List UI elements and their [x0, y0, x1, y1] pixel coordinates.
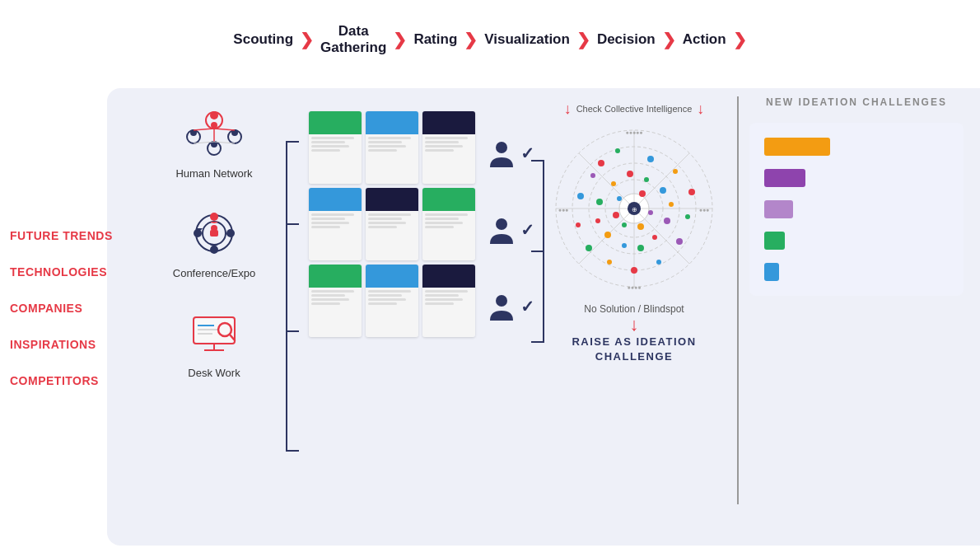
category-future-trends: FUTURE TRENDS — [10, 229, 128, 242]
svg-point-61 — [627, 171, 633, 177]
svg-point-49 — [673, 169, 678, 174]
svg-point-34 — [496, 218, 507, 230]
left-sidebar: FUTURE TRENDS TECHNOLOGIES COMPANIES INS… — [0, 72, 128, 546]
svg-point-18 — [210, 246, 218, 254]
bar-4 — [764, 232, 785, 250]
svg-point-57 — [576, 222, 581, 227]
svg-text:●●●●●: ●●●●● — [625, 129, 642, 135]
bracket-connector-left — [278, 117, 303, 475]
source-human-network: Human Network — [175, 105, 252, 180]
step-label-rating: Rating — [413, 31, 457, 48]
svg-point-35 — [496, 295, 507, 307]
step-scouting: Scouting ❯ — [233, 30, 314, 49]
svg-point-59 — [590, 173, 595, 178]
down-arrow: ↓ — [630, 316, 639, 334]
category-technologies: TECHNOLOGIES — [10, 265, 128, 279]
bar-row-4 — [764, 232, 949, 250]
chevron-icon-4: ❯ — [576, 30, 590, 49]
svg-point-56 — [586, 245, 592, 251]
chevron-icon-2: ❯ — [393, 30, 407, 49]
svg-point-69 — [604, 232, 611, 238]
step-label-action: Action — [683, 31, 726, 48]
chevron-icon-1: ❯ — [300, 30, 314, 49]
svg-point-55 — [607, 260, 612, 265]
card-8 — [366, 265, 418, 337]
source-conference-expo: Conference/Expo — [173, 204, 255, 279]
svg-point-52 — [676, 238, 683, 245]
svg-point-72 — [617, 196, 622, 201]
step-action: Action ❯ — [683, 30, 747, 49]
radar-chart: ⊕ ●●●●● ●●● ●●●● ●●● — [552, 126, 716, 294]
new-ideation-title: NEW IDEATION CHALLENGES — [749, 96, 964, 108]
svg-point-54 — [631, 267, 637, 274]
chevron-icon-6: ❯ — [733, 30, 747, 49]
card-6 — [422, 188, 475, 260]
card-9 — [422, 265, 475, 337]
svg-text:⊕: ⊕ — [632, 206, 637, 213]
right-panel: NEW IDEATION CHALLENGES — [749, 96, 964, 296]
svg-text:●●●●: ●●●● — [628, 284, 642, 290]
data-cards-grid — [309, 111, 475, 337]
step-label-scouting: Scouting — [233, 31, 293, 48]
svg-point-67 — [637, 245, 644, 251]
svg-point-50 — [688, 189, 695, 195]
svg-line-9 — [194, 129, 214, 130]
step-decision: Decision ❯ — [597, 30, 676, 49]
visualization-section: ↓ Check Collective Intelligence ↓ — [544, 101, 725, 447]
main-content: FUTURE TRENDS TECHNOLOGIES COMPANIES INS… — [0, 72, 980, 546]
svg-point-71 — [596, 199, 603, 205]
bar-chart — [749, 123, 964, 296]
scouting-section: Human Network — [140, 105, 288, 379]
svg-point-64 — [669, 202, 674, 207]
svg-point-1 — [210, 111, 218, 119]
source-desk-work: Desk Work — [181, 304, 247, 379]
chevron-icon-3: ❯ — [464, 30, 478, 49]
chevron-icon-5: ❯ — [662, 30, 676, 49]
source-label-desk-work: Desk Work — [188, 367, 240, 379]
svg-point-65 — [664, 218, 670, 224]
card-3 — [422, 111, 475, 184]
source-label-conference-expo: Conference/Expo — [173, 267, 255, 279]
step-label-decision: Decision — [597, 31, 656, 48]
step-label-visualization: Visualization — [484, 31, 570, 48]
source-label-human-network: Human Network — [175, 167, 252, 180]
svg-point-68 — [622, 243, 627, 248]
svg-point-70 — [595, 218, 600, 223]
svg-point-21 — [211, 225, 217, 232]
svg-point-47 — [615, 148, 620, 153]
svg-point-76 — [622, 222, 627, 227]
step-rating: Rating ❯ — [413, 30, 478, 49]
svg-point-51 — [685, 214, 690, 219]
svg-point-16 — [210, 213, 218, 221]
card-5 — [366, 188, 418, 260]
svg-point-66 — [652, 235, 657, 240]
svg-point-75 — [637, 223, 644, 230]
card-1 — [309, 111, 362, 184]
svg-text:●●●: ●●● — [699, 207, 710, 213]
category-companies: COMPANIES — [10, 302, 128, 315]
category-inspirations: INSPIRATIONS — [10, 338, 128, 351]
bar-row-2 — [764, 169, 949, 187]
bar-5 — [764, 263, 779, 281]
svg-text:●●●: ●●● — [558, 207, 569, 213]
process-bar: Scouting ❯ DataGathering ❯ Rating ❯ Visu… — [0, 0, 980, 72]
card-7 — [309, 265, 362, 337]
step-data-gathering: DataGathering ❯ — [320, 23, 407, 57]
bar-row-3 — [764, 200, 949, 218]
raise-challenge-label: RAISE AS IDEATION CHALLENGE — [544, 334, 725, 363]
step-visualization: Visualization ❯ — [484, 30, 590, 49]
svg-point-2 — [211, 122, 217, 129]
bar-row-5 — [764, 263, 949, 281]
bar-1 — [764, 138, 830, 156]
svg-point-73 — [639, 190, 646, 197]
svg-point-58 — [577, 193, 584, 199]
desk-work-icon — [181, 304, 247, 362]
bar-row-1 — [764, 138, 949, 156]
svg-point-60 — [611, 181, 616, 186]
card-2 — [366, 111, 418, 184]
human-network-icon — [181, 105, 247, 162]
bar-2 — [764, 169, 805, 187]
svg-point-33 — [496, 142, 507, 153]
card-4 — [309, 188, 362, 260]
category-competitors: COMPETITORS — [10, 374, 128, 387]
